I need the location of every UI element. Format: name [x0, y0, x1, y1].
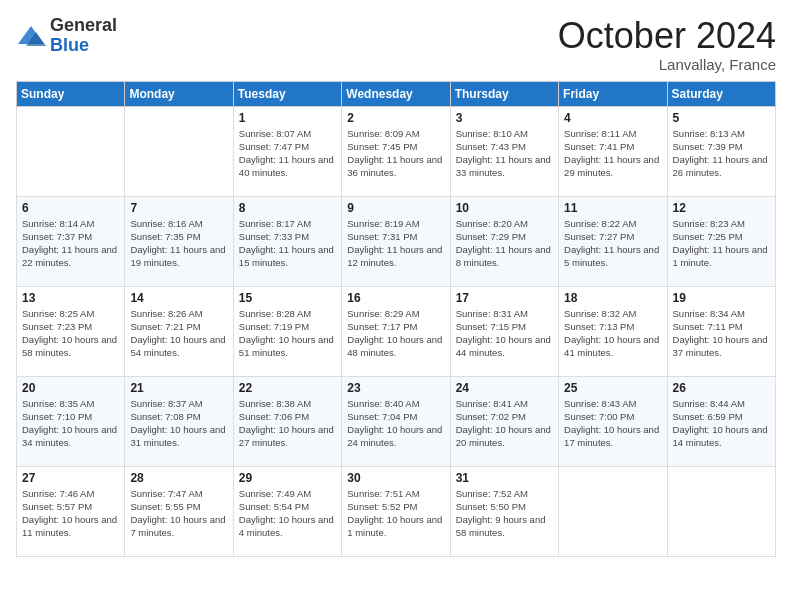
title-block: October 2024 Lanvallay, France [558, 16, 776, 73]
calendar-cell: 5Sunrise: 8:13 AMSunset: 7:39 PMDaylight… [667, 106, 775, 196]
calendar-cell: 3Sunrise: 8:10 AMSunset: 7:43 PMDaylight… [450, 106, 558, 196]
day-number: 8 [239, 201, 336, 215]
calendar-cell: 21Sunrise: 8:37 AMSunset: 7:08 PMDayligh… [125, 376, 233, 466]
day-detail: Sunrise: 8:13 AMSunset: 7:39 PMDaylight:… [673, 127, 770, 180]
calendar-cell: 11Sunrise: 8:22 AMSunset: 7:27 PMDayligh… [559, 196, 667, 286]
calendar-cell: 28Sunrise: 7:47 AMSunset: 5:55 PMDayligh… [125, 466, 233, 556]
calendar-cell: 25Sunrise: 8:43 AMSunset: 7:00 PMDayligh… [559, 376, 667, 466]
calendar-cell: 15Sunrise: 8:28 AMSunset: 7:19 PMDayligh… [233, 286, 341, 376]
day-detail: Sunrise: 7:46 AMSunset: 5:57 PMDaylight:… [22, 487, 119, 540]
day-detail: Sunrise: 8:32 AMSunset: 7:13 PMDaylight:… [564, 307, 661, 360]
calendar-cell: 19Sunrise: 8:34 AMSunset: 7:11 PMDayligh… [667, 286, 775, 376]
calendar-cell [667, 466, 775, 556]
day-number: 20 [22, 381, 119, 395]
header-tuesday: Tuesday [233, 81, 341, 106]
page-header: General Blue October 2024 Lanvallay, Fra… [16, 16, 776, 73]
calendar-cell: 23Sunrise: 8:40 AMSunset: 7:04 PMDayligh… [342, 376, 450, 466]
calendar-cell: 2Sunrise: 8:09 AMSunset: 7:45 PMDaylight… [342, 106, 450, 196]
day-detail: Sunrise: 8:22 AMSunset: 7:27 PMDaylight:… [564, 217, 661, 270]
calendar-cell: 20Sunrise: 8:35 AMSunset: 7:10 PMDayligh… [17, 376, 125, 466]
day-detail: Sunrise: 8:34 AMSunset: 7:11 PMDaylight:… [673, 307, 770, 360]
day-detail: Sunrise: 8:28 AMSunset: 7:19 PMDaylight:… [239, 307, 336, 360]
day-number: 13 [22, 291, 119, 305]
day-number: 17 [456, 291, 553, 305]
day-detail: Sunrise: 7:52 AMSunset: 5:50 PMDaylight:… [456, 487, 553, 540]
day-number: 11 [564, 201, 661, 215]
day-number: 6 [22, 201, 119, 215]
header-thursday: Thursday [450, 81, 558, 106]
day-number: 7 [130, 201, 227, 215]
calendar-cell: 16Sunrise: 8:29 AMSunset: 7:17 PMDayligh… [342, 286, 450, 376]
day-number: 22 [239, 381, 336, 395]
day-number: 19 [673, 291, 770, 305]
day-detail: Sunrise: 8:09 AMSunset: 7:45 PMDaylight:… [347, 127, 444, 180]
day-number: 24 [456, 381, 553, 395]
header-saturday: Saturday [667, 81, 775, 106]
calendar-cell: 29Sunrise: 7:49 AMSunset: 5:54 PMDayligh… [233, 466, 341, 556]
day-detail: Sunrise: 8:31 AMSunset: 7:15 PMDaylight:… [456, 307, 553, 360]
calendar-cell: 24Sunrise: 8:41 AMSunset: 7:02 PMDayligh… [450, 376, 558, 466]
day-number: 12 [673, 201, 770, 215]
day-number: 26 [673, 381, 770, 395]
calendar-cell: 26Sunrise: 8:44 AMSunset: 6:59 PMDayligh… [667, 376, 775, 466]
day-number: 14 [130, 291, 227, 305]
day-number: 3 [456, 111, 553, 125]
calendar-week-row: 20Sunrise: 8:35 AMSunset: 7:10 PMDayligh… [17, 376, 776, 466]
day-detail: Sunrise: 8:10 AMSunset: 7:43 PMDaylight:… [456, 127, 553, 180]
day-number: 23 [347, 381, 444, 395]
calendar-cell [17, 106, 125, 196]
calendar-cell: 1Sunrise: 8:07 AMSunset: 7:47 PMDaylight… [233, 106, 341, 196]
day-detail: Sunrise: 8:16 AMSunset: 7:35 PMDaylight:… [130, 217, 227, 270]
day-number: 15 [239, 291, 336, 305]
calendar-cell: 8Sunrise: 8:17 AMSunset: 7:33 PMDaylight… [233, 196, 341, 286]
calendar-cell: 22Sunrise: 8:38 AMSunset: 7:06 PMDayligh… [233, 376, 341, 466]
location-text: Lanvallay, France [558, 56, 776, 73]
calendar-cell: 13Sunrise: 8:25 AMSunset: 7:23 PMDayligh… [17, 286, 125, 376]
calendar-table: SundayMondayTuesdayWednesdayThursdayFrid… [16, 81, 776, 557]
calendar-header-row: SundayMondayTuesdayWednesdayThursdayFrid… [17, 81, 776, 106]
day-number: 29 [239, 471, 336, 485]
day-detail: Sunrise: 8:38 AMSunset: 7:06 PMDaylight:… [239, 397, 336, 450]
calendar-cell [559, 466, 667, 556]
logo-general-text: General [50, 15, 117, 35]
day-number: 21 [130, 381, 227, 395]
day-detail: Sunrise: 7:49 AMSunset: 5:54 PMDaylight:… [239, 487, 336, 540]
calendar-cell: 9Sunrise: 8:19 AMSunset: 7:31 PMDaylight… [342, 196, 450, 286]
calendar-cell: 31Sunrise: 7:52 AMSunset: 5:50 PMDayligh… [450, 466, 558, 556]
calendar-cell [125, 106, 233, 196]
day-number: 5 [673, 111, 770, 125]
header-wednesday: Wednesday [342, 81, 450, 106]
day-number: 10 [456, 201, 553, 215]
day-detail: Sunrise: 8:19 AMSunset: 7:31 PMDaylight:… [347, 217, 444, 270]
day-number: 28 [130, 471, 227, 485]
day-detail: Sunrise: 8:35 AMSunset: 7:10 PMDaylight:… [22, 397, 119, 450]
calendar-cell: 17Sunrise: 8:31 AMSunset: 7:15 PMDayligh… [450, 286, 558, 376]
day-detail: Sunrise: 8:43 AMSunset: 7:00 PMDaylight:… [564, 397, 661, 450]
day-detail: Sunrise: 7:51 AMSunset: 5:52 PMDaylight:… [347, 487, 444, 540]
day-detail: Sunrise: 8:17 AMSunset: 7:33 PMDaylight:… [239, 217, 336, 270]
day-detail: Sunrise: 7:47 AMSunset: 5:55 PMDaylight:… [130, 487, 227, 540]
day-detail: Sunrise: 8:20 AMSunset: 7:29 PMDaylight:… [456, 217, 553, 270]
calendar-cell: 6Sunrise: 8:14 AMSunset: 7:37 PMDaylight… [17, 196, 125, 286]
calendar-week-row: 13Sunrise: 8:25 AMSunset: 7:23 PMDayligh… [17, 286, 776, 376]
calendar-cell: 30Sunrise: 7:51 AMSunset: 5:52 PMDayligh… [342, 466, 450, 556]
day-detail: Sunrise: 8:11 AMSunset: 7:41 PMDaylight:… [564, 127, 661, 180]
day-number: 16 [347, 291, 444, 305]
calendar-week-row: 1Sunrise: 8:07 AMSunset: 7:47 PMDaylight… [17, 106, 776, 196]
calendar-cell: 18Sunrise: 8:32 AMSunset: 7:13 PMDayligh… [559, 286, 667, 376]
day-detail: Sunrise: 8:07 AMSunset: 7:47 PMDaylight:… [239, 127, 336, 180]
calendar-week-row: 6Sunrise: 8:14 AMSunset: 7:37 PMDaylight… [17, 196, 776, 286]
day-detail: Sunrise: 8:40 AMSunset: 7:04 PMDaylight:… [347, 397, 444, 450]
day-number: 9 [347, 201, 444, 215]
calendar-cell: 7Sunrise: 8:16 AMSunset: 7:35 PMDaylight… [125, 196, 233, 286]
day-number: 18 [564, 291, 661, 305]
day-number: 2 [347, 111, 444, 125]
day-number: 30 [347, 471, 444, 485]
day-detail: Sunrise: 8:14 AMSunset: 7:37 PMDaylight:… [22, 217, 119, 270]
day-detail: Sunrise: 8:25 AMSunset: 7:23 PMDaylight:… [22, 307, 119, 360]
day-number: 4 [564, 111, 661, 125]
calendar-week-row: 27Sunrise: 7:46 AMSunset: 5:57 PMDayligh… [17, 466, 776, 556]
day-detail: Sunrise: 8:23 AMSunset: 7:25 PMDaylight:… [673, 217, 770, 270]
day-detail: Sunrise: 8:29 AMSunset: 7:17 PMDaylight:… [347, 307, 444, 360]
header-monday: Monday [125, 81, 233, 106]
